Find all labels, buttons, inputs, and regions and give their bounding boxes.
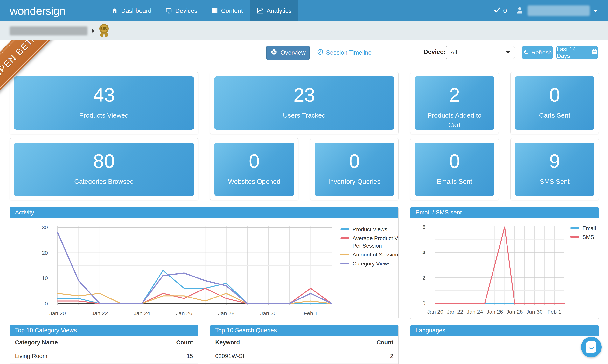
- svg-text:Jan 22: Jan 22: [447, 309, 463, 315]
- svg-text:SMS: SMS: [582, 234, 594, 240]
- svg-text:Jan 30: Jan 30: [260, 310, 277, 316]
- svg-text:Jan 28: Jan 28: [506, 309, 523, 315]
- stat-label: Products Viewed: [74, 111, 135, 120]
- chevron-down-icon: [506, 51, 510, 54]
- stat-label: Inventory Queries: [322, 177, 386, 186]
- device-select[interactable]: All: [446, 46, 515, 59]
- svg-text:Jan 24: Jan 24: [134, 310, 150, 316]
- activity-panel: Activity 0102030Jan 20Jan 22Jan 24Jan 26…: [10, 207, 399, 319]
- user-icon: [516, 6, 524, 15]
- svg-text:Jan 24: Jan 24: [467, 309, 483, 315]
- stat-card-categories-browsed: 80Categories Browsed: [10, 138, 198, 200]
- monitor-icon: [166, 7, 172, 14]
- main-content: OPEN BETA Overview Session Timeline Devi…: [0, 40, 608, 364]
- stat-value: 0: [249, 150, 260, 172]
- refresh-button-label: Refresh: [531, 49, 552, 56]
- svg-text:Jan 20: Jan 20: [49, 310, 66, 316]
- breadcrumb: UB: [0, 21, 608, 40]
- svg-text:Feb 1: Feb 1: [547, 309, 561, 315]
- svg-text:Jan 26: Jan 26: [487, 309, 503, 315]
- main-nav: Dashboard Devices Content Analytics: [104, 0, 298, 21]
- svg-text:Average Product Views: Average Product Views: [352, 235, 399, 241]
- stat-label: SMS Sent: [534, 177, 575, 186]
- stat-card-sms-sent: 9SMS Sent: [510, 138, 599, 200]
- nav-item-content[interactable]: Content: [204, 0, 250, 21]
- top-navbar: wondersign Dashboard Devices Content Ana…: [0, 0, 608, 21]
- top-search-queries-panel: Top 10 Search Queries Keyword Count 0209…: [210, 325, 399, 364]
- stat-label: Users Tracked: [277, 111, 331, 120]
- nav-item-analytics[interactable]: Analytics: [250, 0, 298, 21]
- overview-button-label: Overview: [280, 49, 305, 56]
- table-row: Living Room 15: [10, 349, 198, 363]
- home-icon: [111, 7, 118, 14]
- email-sms-panel-title: Email / SMS sent: [411, 207, 599, 218]
- stats-row-2: 80Categories Browsed 0Websites Opened 0I…: [10, 138, 599, 200]
- stat-card-inventory-queries: 0Inventory Queries: [310, 138, 399, 200]
- top-search-queries-title: Top 10 Search Queries: [210, 325, 398, 336]
- category-views-table: Category Name Count Living Room 15 Acces…: [10, 336, 198, 364]
- count-cell: 15: [142, 349, 198, 363]
- column-header-keyword: Keyword: [210, 336, 342, 349]
- stat-card-products-viewed: 43Products Viewed: [10, 72, 198, 134]
- chat-bubble-icon: [586, 341, 596, 352]
- charts-row: Activity 0102030Jan 20Jan 22Jan 24Jan 26…: [10, 207, 599, 319]
- svg-text:Amount of Sessions: Amount of Sessions: [352, 252, 399, 258]
- count-cell: 9: [142, 363, 198, 364]
- svg-text:6: 6: [422, 224, 426, 230]
- column-header-count: Count: [342, 336, 398, 349]
- email-sms-chart: 0246Jan 20Jan 22Jan 24Jan 26Jan 28Jan 30…: [411, 218, 599, 319]
- stat-label: Carts Sent: [533, 111, 576, 120]
- svg-text:0: 0: [45, 301, 48, 307]
- languages-panel-title: Languages: [411, 325, 599, 336]
- overview-button[interactable]: Overview: [266, 46, 310, 60]
- notifications-counter[interactable]: 0: [494, 7, 507, 15]
- column-header-count: Count: [142, 336, 198, 349]
- count-cell: 2: [342, 349, 398, 363]
- nav-item-devices[interactable]: Devices: [158, 0, 204, 21]
- stat-label: Emails Sent: [431, 177, 478, 186]
- ub-award-badge: UB: [99, 24, 109, 38]
- brand-logo[interactable]: wondersign: [10, 4, 65, 17]
- stat-value: 0: [549, 84, 560, 105]
- stat-value: 0: [449, 150, 460, 172]
- keyword-cell: 02091W-SI: [210, 349, 342, 363]
- stat-value: 80: [93, 150, 115, 172]
- stat-label: Categories Browsed: [68, 177, 140, 186]
- category-name-cell: Living Room: [10, 349, 142, 363]
- session-timeline-link[interactable]: Session Timeline: [317, 46, 372, 60]
- session-timeline-label: Session Timeline: [326, 49, 372, 56]
- svg-text:Jan 26: Jan 26: [176, 310, 192, 316]
- partial-next-row: [210, 363, 398, 364]
- svg-text:20: 20: [42, 250, 48, 256]
- search-queries-table: Keyword Count 02091W-SI 2: [210, 336, 398, 363]
- nav-item-label: Dashboard: [121, 7, 152, 14]
- chat-widget-button[interactable]: [581, 337, 602, 357]
- line-chart-icon: [257, 7, 263, 14]
- svg-text:Jan 20: Jan 20: [427, 309, 443, 315]
- svg-text:Category Views: Category Views: [352, 260, 391, 267]
- date-range-button[interactable]: Last 14 Days: [556, 46, 598, 59]
- top-category-views-panel: Top 10 Category Views Category Name Coun…: [10, 325, 198, 364]
- email-sms-panel: Email / SMS sent 0246Jan 20Jan 22Jan 24J…: [410, 207, 599, 319]
- chevron-right-icon: [92, 29, 95, 33]
- device-filter-label: Device:: [424, 48, 446, 55]
- nav-item-dashboard[interactable]: Dashboard: [104, 0, 159, 21]
- nav-item-label: Analytics: [267, 7, 291, 14]
- svg-text:Feb 1: Feb 1: [304, 310, 318, 316]
- clock-icon: [317, 49, 323, 57]
- analytics-toolbar: Overview Session Timeline Device: All ↻ …: [0, 46, 608, 60]
- stat-value: 9: [549, 150, 560, 172]
- user-menu[interactable]: [516, 5, 597, 16]
- top-category-views-title: Top 10 Category Views: [10, 325, 198, 336]
- gauge-icon: [270, 48, 278, 57]
- stat-value: 0: [349, 150, 360, 172]
- breadcrumb-text-redacted[interactable]: [10, 26, 88, 35]
- bottom-row: Top 10 Category Views Category Name Coun…: [10, 325, 599, 364]
- column-header-category-name: Category Name: [10, 336, 142, 349]
- table-row: 02091W-SI 2: [210, 349, 398, 363]
- svg-text:Jan 30: Jan 30: [526, 309, 543, 315]
- refresh-button[interactable]: ↻ Refresh: [522, 46, 553, 59]
- svg-text:10: 10: [42, 275, 48, 281]
- chevron-down-icon: [593, 10, 597, 12]
- svg-text:Jan 28: Jan 28: [218, 310, 234, 316]
